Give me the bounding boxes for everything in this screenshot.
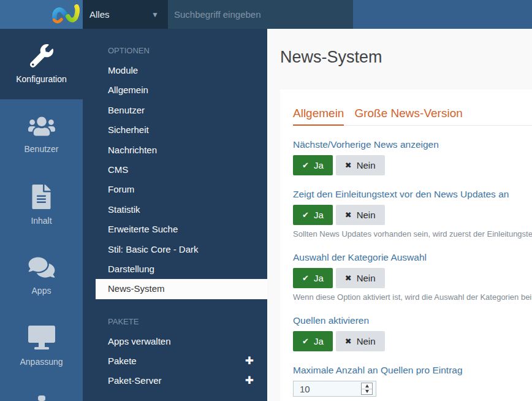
submenu-section-title: PAKETE [83,312,267,332]
search-input[interactable] [168,0,353,29]
field-label: Maximale Anzahl an Quellen pro Eintrag [293,365,532,376]
submenu-section-pakete: PAKETE Apps verwalten Pakete ✚ Paket-Ser… [83,312,267,391]
submenu-item-cms[interactable]: CMS [83,160,267,180]
tab-allgemein[interactable]: Allgemein [293,107,344,126]
sidebar-item-label: Benutzer [24,144,58,154]
settings-form: Nächste/Vorherige News anzeigen ✔ Ja ✖ N… [293,126,532,397]
sidebar-item-konfiguration[interactable]: Konfiguration [0,29,83,99]
woltlab-logo-icon [51,4,82,25]
sidebar-item-inhalt[interactable]: Inhalt [0,170,83,240]
xmark-icon: ✖ [345,161,352,170]
submenu-item-benutzer[interactable]: Benutzer [83,101,267,120]
submenu-item-statistik[interactable]: Statistik [83,200,267,220]
tab-bar: Allgemein Große News-Version [293,107,532,126]
search-scope-label: Alles [89,9,110,20]
boolean-toggle: ✔ Ja ✖ Nein [293,331,532,351]
sidebar-item-anpassung[interactable]: Anpassung [0,311,83,381]
config-submenu: OPTIONEN Module Allgemein Benutzer Siche… [83,29,267,401]
nein-button[interactable]: ✖ Nein [336,268,385,288]
field-help-text: Sollten News Updates vorhanden sein, wir… [293,229,532,239]
field-kategorie-auswahl: Auswahl der Kategorie Auswahl ✔ Ja ✖ Nei… [293,252,532,302]
sidebar-item-partial[interactable] [0,381,83,401]
number-input-container [293,381,376,397]
sidebar-item-label: Inhalt [31,216,51,226]
field-einleitungstext: Zeigt den Einleitungstext vor den News U… [293,189,532,239]
stepper-down-button[interactable] [362,389,372,395]
boolean-toggle: ✔ Ja ✖ Nein [293,205,532,225]
submenu-item-erweiterte-suche[interactable]: Erweiterte Suche [83,220,267,239]
top-bar: Alles ▼ [0,0,532,29]
file-lines-icon [32,185,51,209]
ja-button[interactable]: ✔ Ja [293,268,333,288]
field-label: Auswahl der Kategorie Auswahl [293,252,532,263]
comments-icon [28,256,55,279]
main-content: News-System Allgemein Große News-Version… [267,29,532,401]
xmark-icon: ✖ [345,210,352,220]
ja-button[interactable]: ✔ Ja [293,205,333,225]
wrench-icon [30,44,53,67]
search-field-container [168,0,353,29]
stepper-up-button[interactable] [362,383,372,389]
partial-icon [37,395,47,401]
submenu-section-title: OPTIONEN [83,41,267,61]
page-title: News-System [267,29,532,67]
desktop-icon [28,326,55,350]
submenu-section-optionen: OPTIONEN Module Allgemein Benutzer Siche… [83,41,267,299]
field-label: Quellen aktivieren [293,315,532,326]
submenu-item-darstellung[interactable]: Darstellung [83,259,267,279]
triangle-down-icon [365,390,369,393]
boolean-toggle: ✔ Ja ✖ Nein [293,155,532,175]
submenu-item-pakete[interactable]: Pakete ✚ [83,351,267,371]
ja-button[interactable]: ✔ Ja [293,155,333,175]
top-bar-spacer [353,0,532,29]
field-max-quellen: Maximale Anzahl an Quellen pro Eintrag [293,365,532,397]
submenu-item-paket-server[interactable]: Paket-Server ✚ [83,371,267,391]
check-icon: ✔ [302,337,309,346]
nein-button[interactable]: ✖ Nein [336,205,385,225]
xmark-icon: ✖ [345,337,352,346]
sidebar-item-apps[interactable]: Apps [0,240,83,311]
nein-button[interactable]: ✖ Nein [336,331,385,351]
check-icon: ✔ [302,210,309,220]
field-quellen-aktivieren: Quellen aktivieren ✔ Ja ✖ Nein [293,315,532,351]
max-quellen-input[interactable] [294,384,361,394]
xmark-icon: ✖ [345,273,352,283]
plus-icon[interactable]: ✚ [245,371,254,391]
sidebar-item-label: Anpassung [20,357,63,367]
submenu-item-nachrichten[interactable]: Nachrichten [83,140,267,160]
submenu-item-news-system[interactable]: News-System [96,279,267,299]
submenu-item-apps-verwalten[interactable]: Apps verwalten [83,332,267,351]
check-icon: ✔ [302,161,309,170]
field-label: Zeigt den Einleitungstext vor den News U… [293,189,532,200]
triangle-up-icon [365,384,369,388]
users-icon [28,115,55,137]
submenu-item-allgemein[interactable]: Allgemein [83,80,267,100]
sidebar-item-benutzer[interactable]: Benutzer [0,99,83,170]
tab-grosse-news-version[interactable]: Große News-Version [354,107,462,125]
main-sidebar: Konfiguration Benutzer Inhalt Apps [0,29,83,401]
ja-button[interactable]: ✔ Ja [293,331,333,351]
plus-icon[interactable]: ✚ [245,351,254,371]
acp-window: Alles ▼ Konfiguration Benutzer [0,0,532,401]
logo-home-link[interactable] [0,0,83,29]
sidebar-item-label: Konfiguration [16,74,67,84]
search-scope-dropdown[interactable]: Alles ▼ [83,0,168,29]
check-icon: ✔ [302,273,309,283]
settings-card: Allgemein Große News-Version Nächste/Vor… [280,90,532,401]
field-label: Nächste/Vorherige News anzeigen [293,139,532,150]
field-help-text: Wenn diese Option aktiviert ist, wird di… [293,292,532,302]
sidebar-item-label: Apps [32,286,51,296]
submenu-item-module[interactable]: Module [83,61,267,80]
nein-button[interactable]: ✖ Nein [336,155,385,175]
chevron-down-icon: ▼ [151,10,159,19]
quantity-stepper [361,383,373,395]
submenu-item-sicherheit[interactable]: Sicherheit [83,120,267,140]
field-naechste-vorherige-news: Nächste/Vorherige News anzeigen ✔ Ja ✖ N… [293,139,532,175]
submenu-item-stil[interactable]: Stil: Basic Core - Dark [83,240,267,259]
submenu-item-forum[interactable]: Forum [83,180,267,199]
boolean-toggle: ✔ Ja ✖ Nein [293,268,532,288]
